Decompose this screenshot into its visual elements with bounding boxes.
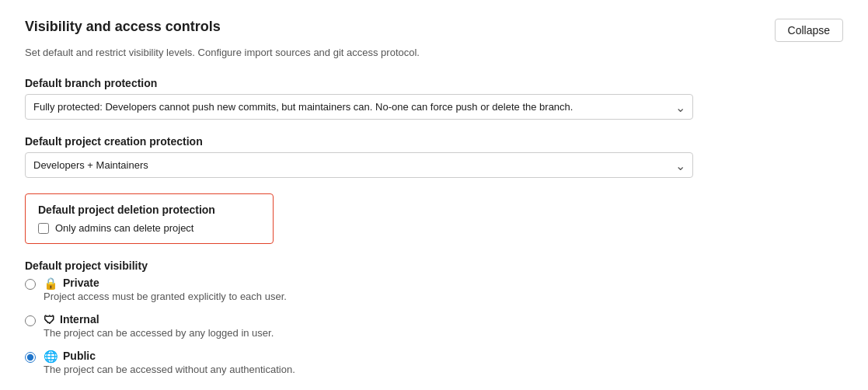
page-container: Visibility and access controls Collapse …: [0, 0, 868, 390]
section-title: Visibility and access controls: [25, 19, 221, 35]
visibility-option-public: 🌐 Public The project can be accessed wit…: [25, 350, 843, 375]
visibility-content-private: 🔒 Private Project access must be granted…: [44, 277, 287, 302]
visibility-text-private: Private: [63, 277, 99, 289]
branch-protection-select-wrapper: Fully protected: Developers cannot push …: [25, 94, 693, 120]
visibility-text-public: Public: [63, 350, 96, 362]
lock-icon: 🔒: [44, 277, 58, 289]
branch-protection-group: Default branch protection Fully protecte…: [25, 77, 843, 120]
deletion-protection-checkbox-label[interactable]: Only admins can delete project: [55, 222, 193, 234]
visibility-option-private: 🔒 Private Project access must be granted…: [25, 277, 843, 302]
project-visibility-label: Default project visibility: [25, 259, 843, 272]
visibility-label-private: 🔒 Private: [44, 277, 287, 289]
project-visibility-group: Default project visibility 🔒 Private Pro…: [25, 259, 843, 375]
collapse-button[interactable]: Collapse: [775, 19, 843, 42]
branch-protection-select[interactable]: Fully protected: Developers cannot push …: [25, 94, 693, 120]
shield-icon: 🛡: [44, 314, 55, 326]
visibility-radio-private[interactable]: [25, 279, 36, 290]
deletion-protection-box: Default project deletion protection Only…: [25, 193, 274, 244]
deletion-protection-checkbox-row: Only admins can delete project: [38, 222, 260, 234]
visibility-radio-internal[interactable]: [25, 315, 36, 326]
visibility-option-internal: 🛡 Internal The project can be accessed b…: [25, 313, 843, 339]
visibility-radio-public[interactable]: [25, 352, 36, 363]
branch-protection-label: Default branch protection: [25, 77, 843, 89]
visibility-desc-private: Project access must be granted explicitl…: [44, 291, 287, 302]
project-creation-label: Default project creation protection: [25, 135, 843, 148]
visibility-desc-public: The project can be accessed without any …: [44, 364, 295, 375]
deletion-protection-checkbox[interactable]: [38, 223, 49, 234]
visibility-text-internal: Internal: [60, 313, 99, 326]
section-title-area: Visibility and access controls: [25, 19, 221, 35]
visibility-content-public: 🌐 Public The project can be accessed wit…: [44, 350, 295, 375]
visibility-desc-internal: The project can be accessed by any logge…: [44, 327, 274, 339]
deletion-protection-label: Default project deletion protection: [38, 204, 260, 216]
project-creation-group: Default project creation protection No o…: [25, 135, 843, 178]
globe-icon: 🌐: [44, 350, 58, 362]
visibility-content-internal: 🛡 Internal The project can be accessed b…: [44, 313, 274, 339]
visibility-label-internal: 🛡 Internal: [44, 313, 274, 326]
section-header: Visibility and access controls Collapse: [25, 19, 843, 42]
visibility-label-public: 🌐 Public: [44, 350, 295, 362]
project-creation-select[interactable]: No one Admins Developers + Maintainers: [25, 152, 693, 178]
project-creation-select-wrapper: No one Admins Developers + Maintainers ⌄: [25, 152, 693, 178]
section-description: Set default and restrict visibility leve…: [25, 47, 843, 58]
